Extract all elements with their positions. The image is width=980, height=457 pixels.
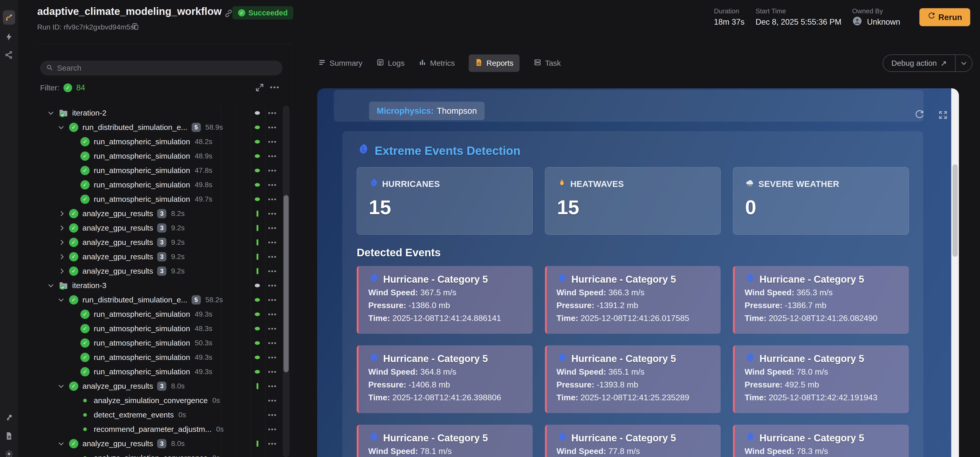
share-icon[interactable] xyxy=(3,49,15,61)
tree-row[interactable]: ✓run_atmospheric_simulation49.3s••• xyxy=(35,350,291,365)
tree-row[interactable]: ✓analyze_gpu_results39.2s••• xyxy=(35,221,291,235)
debug-action-button[interactable]: Debug action ↗ xyxy=(883,54,972,72)
theme-icon[interactable] xyxy=(3,448,15,457)
tab-task[interactable]: Task xyxy=(533,54,561,72)
row-menu-button[interactable]: ••• xyxy=(265,310,280,318)
row-menu-button[interactable]: ••• xyxy=(265,382,280,390)
tree-row[interactable]: ✓run_atmospheric_simulation48.2s••• xyxy=(35,135,291,149)
row-menu-button[interactable]: ••• xyxy=(265,411,280,419)
row-menu-button[interactable]: ••• xyxy=(265,167,280,175)
tree-row[interactable]: ✓analyze_gpu_results38.0s••• xyxy=(35,436,291,451)
row-menu-button[interactable]: ••• xyxy=(265,238,280,246)
tree-row[interactable]: analyze_simulation_convergence0s••• xyxy=(35,394,291,408)
chevron-right-icon[interactable] xyxy=(55,241,67,244)
row-menu-button[interactable]: ••• xyxy=(265,440,280,448)
row-menu-button[interactable]: ••• xyxy=(265,210,280,218)
row-menu-button[interactable]: ••• xyxy=(265,267,280,275)
chevron-down-icon[interactable] xyxy=(55,443,67,445)
chevron-down-icon[interactable] xyxy=(55,385,67,387)
row-menu-button[interactable]: ••• xyxy=(265,339,280,347)
row-menu-button[interactable]: ••• xyxy=(265,425,280,433)
chevron-right-icon[interactable] xyxy=(55,226,67,230)
tree-row[interactable]: iteration-2••• xyxy=(35,106,291,120)
chevron-down-icon[interactable] xyxy=(45,284,57,287)
row-menu-button[interactable]: ••• xyxy=(265,368,280,376)
tree-row[interactable]: ✓run_atmospheric_simulation49.7s••• xyxy=(35,192,291,206)
tree-row[interactable]: ✓analyze_gpu_results38.0s••• xyxy=(35,379,291,394)
row-menu-button[interactable]: ••• xyxy=(265,138,280,146)
tree-row[interactable]: detect_extreme_events0s••• xyxy=(35,408,291,422)
row-menu-button[interactable]: ••• xyxy=(265,325,280,333)
more-icon[interactable]: ••• xyxy=(270,83,280,91)
status-marker xyxy=(253,441,261,447)
tree-row[interactable]: ✓run_atmospheric_simulation50.3s••• xyxy=(35,336,291,350)
link-icon[interactable] xyxy=(224,9,233,19)
row-menu-button[interactable]: ••• xyxy=(265,397,280,405)
tree-row[interactable]: recommend_parameter_adjustm...0s••• xyxy=(35,422,291,436)
chevron-down-icon[interactable] xyxy=(45,112,57,114)
fullscreen-icon[interactable] xyxy=(938,110,948,120)
row-menu-button[interactable]: ••• xyxy=(265,253,280,261)
tree-row[interactable]: iteration-3••• xyxy=(35,278,291,293)
report-scrollbar-track[interactable] xyxy=(951,88,959,457)
workflow-icon[interactable] xyxy=(3,10,15,25)
bolt-icon[interactable] xyxy=(3,31,15,43)
row-menu-button[interactable]: ••• xyxy=(265,124,280,132)
tree-row[interactable]: ✓run_atmospheric_simulation49.3s••• xyxy=(35,365,291,379)
row-menu-button[interactable]: ••• xyxy=(265,195,280,203)
chevron-right-icon[interactable] xyxy=(55,255,67,259)
leaf-dot-icon xyxy=(78,413,92,417)
tab-metrics[interactable]: Metrics xyxy=(418,54,455,72)
row-menu-button[interactable]: ••• xyxy=(265,296,280,304)
document-icon[interactable] xyxy=(3,430,15,442)
tree-row[interactable]: ✓run_distributed_simulation_e...558.2s••… xyxy=(35,293,291,307)
task-duration: 49.7s xyxy=(195,195,212,203)
tree-row[interactable]: ✓analyze_gpu_results38.2s••• xyxy=(35,206,291,221)
key-icon[interactable] xyxy=(3,411,15,424)
chevron-down-icon[interactable] xyxy=(55,126,67,129)
debug-dropdown-button[interactable] xyxy=(956,55,972,71)
tree-row[interactable]: analyze_simulation_convergence0s••• xyxy=(35,451,291,457)
task-duration: 48.3s xyxy=(195,325,212,333)
chevron-right-icon[interactable] xyxy=(55,269,67,273)
tree-row[interactable]: ✓run_distributed_simulation_e...558.9s••… xyxy=(35,120,291,135)
status-badge-label: Succeeded xyxy=(248,9,288,17)
row-menu-button[interactable]: ••• xyxy=(265,224,280,232)
expand-icon[interactable] xyxy=(255,83,264,94)
search-input[interactable]: Search xyxy=(40,60,283,76)
child-count-badge: 3 xyxy=(157,439,166,448)
task-name: analyze_gpu_results xyxy=(83,224,153,232)
report-scrollbar-thumb[interactable] xyxy=(953,164,958,257)
tree-row[interactable]: ✓run_atmospheric_simulation49.8s••• xyxy=(35,178,291,192)
tree-row[interactable]: ✓run_atmospheric_simulation48.9s••• xyxy=(35,149,291,163)
chevron-right-icon[interactable] xyxy=(55,212,67,216)
row-menu-button[interactable]: ••• xyxy=(265,454,280,457)
tree-row[interactable]: ✓analyze_gpu_results39.2s••• xyxy=(35,264,291,278)
tree-scrollbar-thumb[interactable] xyxy=(283,195,289,372)
task-duration: 9.2s xyxy=(171,267,185,275)
refresh-icon[interactable] xyxy=(914,110,924,120)
tree-row[interactable]: ✓analyze_gpu_results39.2s••• xyxy=(35,235,291,249)
rerun-button[interactable]: Rerun xyxy=(920,8,970,26)
tree-row[interactable]: ✓run_atmospheric_simulation47.8s••• xyxy=(35,163,291,178)
row-menu-button[interactable]: ••• xyxy=(265,181,280,189)
row-menu-button[interactable]: ••• xyxy=(265,109,280,117)
chevron-down-icon[interactable] xyxy=(55,299,67,301)
row-menu-button[interactable]: ••• xyxy=(265,282,280,290)
tree-row[interactable]: ✓analyze_gpu_results39.2s••• xyxy=(35,249,291,264)
event-wind-speed: Wind Speed: 77.8 m/s xyxy=(557,445,711,457)
tree-row[interactable]: ✓run_atmospheric_simulation48.3s••• xyxy=(35,321,291,336)
filter-count[interactable]: 84 xyxy=(76,83,85,92)
success-check-icon: ✓ xyxy=(78,338,92,348)
tree-row[interactable]: ✓run_atmospheric_simulation49.3s••• xyxy=(35,307,291,321)
filter-status-icon[interactable]: ✓ xyxy=(64,83,72,92)
row-menu-button[interactable]: ••• xyxy=(265,152,280,160)
app-window: adaptive_climate_modeling_workflow ✓ Suc… xyxy=(0,0,980,457)
tab-logs[interactable]: Logs xyxy=(376,54,404,72)
tab-summary[interactable]: Summary xyxy=(318,54,362,72)
row-menu-button[interactable]: ••• xyxy=(265,354,280,362)
tab-reports[interactable]: Reports xyxy=(469,54,520,72)
success-check-icon: ✓ xyxy=(78,353,92,362)
copy-icon[interactable] xyxy=(132,22,139,31)
cyclone-icon xyxy=(369,178,379,190)
